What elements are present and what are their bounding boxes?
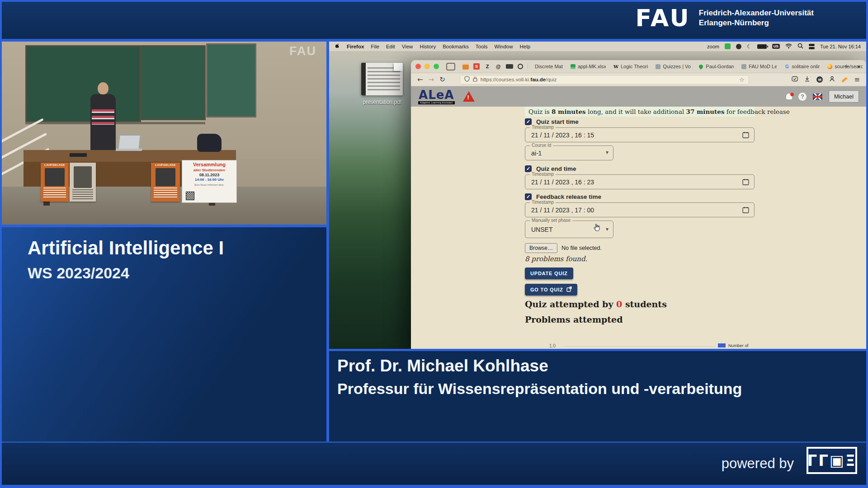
battery-icon[interactable]	[757, 44, 767, 49]
pdf-thumbnail-lines	[368, 67, 400, 93]
tracking-shield-icon[interactable]	[464, 75, 470, 84]
pinned-tab-globe-icon[interactable]	[518, 64, 523, 69]
close-window-button[interactable]	[415, 64, 421, 69]
lecturer-sweater-stripes	[92, 109, 114, 125]
menu-view[interactable]: View	[402, 44, 413, 49]
legend-swatch	[718, 343, 726, 347]
browse-button[interactable]: Browse…	[525, 243, 557, 253]
checkbox-checked-icon[interactable]: ✓	[525, 193, 532, 200]
quiz-attempted-heading: Quiz attempted by 0 students	[525, 299, 667, 309]
highlighter-extension-icon[interactable]	[841, 77, 848, 83]
doc-favicon	[656, 64, 660, 69]
pinned-tab-z-icon[interactable]: Z	[484, 63, 491, 70]
extension-m-icon[interactable]: M	[816, 76, 823, 83]
green-app-icon[interactable]	[725, 43, 731, 49]
menubar-clock[interactable]: Tue 21. Nov 16:14	[820, 44, 861, 49]
zoom-menu-item[interactable]: zoom	[707, 44, 719, 49]
back-icon[interactable]: ←	[417, 75, 423, 84]
menubar-menus: Firefox File Edit View History Bookmarks…	[335, 43, 530, 50]
desktop-file-presentation-pdf[interactable]: presentation.pdf	[353, 63, 411, 105]
speaker-name: Prof. Dr. Michael Kohlhase	[337, 357, 548, 375]
sign-subtitle: aller Studierenden	[183, 168, 236, 173]
checkbox-checked-icon[interactable]: ✓	[525, 165, 532, 172]
tab-appl-mk-xlsx[interactable]: appl-MK.xlsx	[567, 60, 609, 73]
checkbox-checked-icon[interactable]: ✓	[525, 118, 532, 125]
menu-file[interactable]: File	[371, 44, 379, 49]
wifi-icon[interactable]	[785, 43, 792, 50]
extension-badge-icon[interactable]	[792, 75, 798, 84]
spotlight-search-icon[interactable]	[797, 43, 803, 50]
status-circle-icon[interactable]	[736, 44, 741, 49]
apple-icon[interactable]	[335, 43, 340, 50]
update-quiz-button[interactable]: UPDATE QUIZ	[525, 267, 573, 279]
keyboard-layout-badge[interactable]: US	[772, 44, 780, 49]
poster-text-lines	[43, 188, 66, 197]
tab-overflow-icon[interactable]: ▾	[855, 64, 862, 70]
new-tab-button[interactable]: +	[840, 62, 852, 70]
tab-logic-theory[interactable]: W Logic Theori	[610, 60, 651, 73]
lecture-portal-frame: FAU Friedrich-Alexander-Universität Erla…	[0, 0, 868, 488]
bookmark-star-icon[interactable]: ☆	[739, 76, 745, 83]
focus-moon-icon[interactable]: ☾	[747, 43, 752, 50]
pdf-thumbnail	[361, 63, 403, 95]
calendar-icon[interactable]	[742, 131, 749, 140]
pinned-tab-keyboard-icon[interactable]	[506, 64, 513, 69]
tab-fau-mod[interactable]: FAU MoD Le	[738, 60, 780, 73]
minimize-window-button[interactable]	[425, 64, 430, 69]
user-menu-button[interactable]: Michael	[829, 90, 859, 103]
address-bar[interactable]: https://courses.voll-ki.fau.de/quiz ☆	[460, 75, 749, 84]
alea-logo[interactable]: ALeA Adaptive Learning Assistant	[418, 89, 455, 104]
hamburger-menu-icon[interactable]: ≡	[854, 75, 860, 84]
quiz-start-timestamp-field[interactable]: Timestamp 21 / 11 / 2023 , 16 : 15	[525, 127, 755, 142]
rrze-logo: ΓΓ▣Ξ	[807, 447, 857, 474]
control-center-icon[interactable]	[809, 44, 815, 49]
frame-border-right	[866, 0, 868, 488]
menu-tools[interactable]: Tools	[476, 44, 488, 49]
map-pin-favicon	[698, 64, 703, 69]
tablet-on-desk	[70, 153, 87, 157]
go-to-quiz-button[interactable]: GO TO QUIZ	[525, 284, 577, 296]
poster-image	[45, 168, 64, 186]
poster-text-lines	[72, 189, 93, 199]
menu-edit[interactable]: Edit	[386, 44, 395, 49]
quiz-end-timestamp-field[interactable]: Timestamp 21 / 11 / 2023 , 16 : 23	[525, 174, 755, 189]
forward-icon[interactable]: →	[429, 75, 434, 84]
phase-select[interactable]: Manually set phase UNSET ▾	[525, 221, 613, 238]
reload-icon[interactable]: ↻	[439, 75, 445, 84]
downloads-icon[interactable]	[804, 75, 810, 84]
tab-discrete-mathematics[interactable]: Discrete Mathem	[532, 60, 566, 73]
lock-icon[interactable]	[473, 75, 477, 84]
account-icon[interactable]	[829, 75, 835, 84]
pinned-tab-grid-icon[interactable]	[462, 63, 469, 70]
firefox-navbar: ← → ↻ https://courses.voll-ki.fau.de/qui…	[411, 73, 866, 86]
pinned-tab-s-icon[interactable]: S	[473, 63, 480, 70]
menu-window[interactable]: Window	[495, 44, 513, 49]
firefox-view-icon[interactable]	[446, 63, 455, 70]
pinned-tab-at-icon[interactable]: @	[495, 63, 501, 70]
file-upload-row: Browse… No file selected.	[525, 243, 602, 253]
fau-org-name: Friedrich-Alexander-Universität Erlangen…	[699, 8, 814, 28]
help-icon[interactable]: ?	[798, 93, 807, 101]
zoom-window-button[interactable]	[434, 64, 439, 69]
menu-help[interactable]: Help	[520, 44, 531, 49]
tab-quizzes-1[interactable]: Quizzes | Vol	[652, 60, 694, 73]
menu-history[interactable]: History	[420, 44, 436, 49]
lecture-video[interactable]: LAUFGELAGE LAUFGELAGE Versammlung aller …	[2, 42, 326, 225]
tab-paul-gordan[interactable]: Paul-Gordan	[695, 60, 737, 73]
menu-bookmarks[interactable]: Bookmarks	[443, 44, 469, 49]
course-id-select[interactable]: Course Id ai-1 ▾	[525, 145, 613, 160]
warning-triangle-icon: !	[463, 91, 475, 102]
menu-firefox[interactable]: Firefox	[347, 44, 364, 49]
projection-screen	[206, 43, 256, 117]
course-info-panel: Artificial Intelligence I WS 2023/2024	[2, 227, 326, 441]
calendar-icon[interactable]	[742, 206, 749, 215]
quiz-start-checkbox-row: ✓ Quiz start time	[525, 118, 579, 125]
sign-date: 08.11.2023	[183, 173, 236, 178]
poster-text-lines	[154, 188, 177, 197]
language-flag-icon[interactable]	[813, 94, 822, 100]
calendar-icon[interactable]	[742, 178, 749, 187]
tab-solitaire[interactable]: G solitaire online	[781, 60, 823, 73]
divider-below-screen	[329, 349, 866, 351]
feedback-timestamp-field[interactable]: Timestamp 21 / 11 / 2023 , 17 : 00	[525, 202, 755, 217]
notifications-bell-icon[interactable]	[786, 94, 792, 99]
